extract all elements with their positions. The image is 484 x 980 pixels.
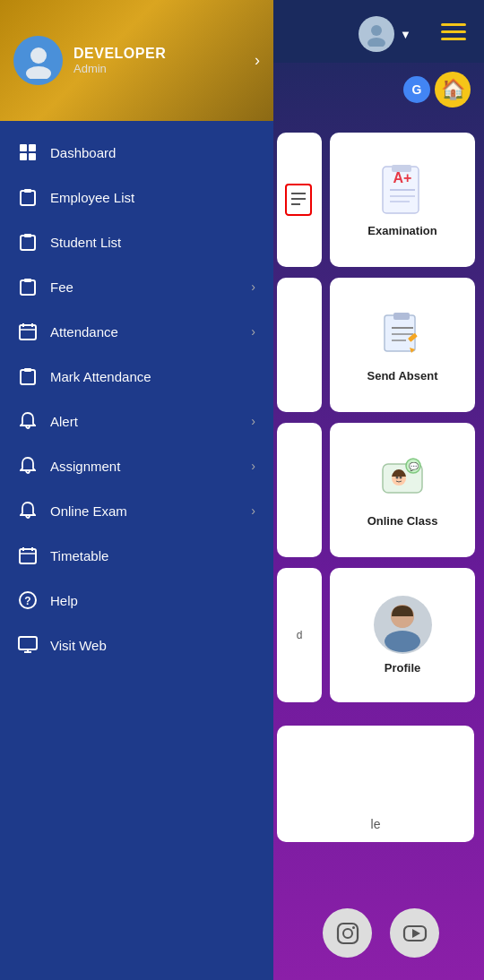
sidebar: DEVELOPER Admin › Dashboard Employee Lis… — [0, 0, 273, 980]
help-icon: ? — [18, 590, 38, 610]
noticeboard-partial-text: d — [297, 629, 303, 641]
online-class-icon: 💬 — [376, 453, 429, 507]
send-absent-card-label: Send Absent — [367, 369, 438, 383]
home-icon: 🏠 — [441, 78, 465, 101]
alert-arrow-icon: › — [251, 414, 255, 428]
svg-point-56 — [343, 929, 352, 938]
instagram-icon — [335, 921, 360, 946]
svg-point-28 — [367, 38, 385, 47]
youtube-button[interactable] — [390, 908, 439, 958]
examination-icon: A+ — [376, 163, 429, 217]
svg-rect-12 — [20, 325, 36, 340]
svg-rect-18 — [20, 549, 36, 563]
sidebar-assignment-label: Assignment — [50, 459, 238, 474]
online-class-card-label: Online Class — [367, 514, 438, 528]
send-absent-icon — [376, 308, 429, 362]
assignment-arrow-icon: › — [251, 459, 255, 473]
mark-attendance-icon — [18, 366, 38, 386]
sidebar-item-fee[interactable]: Fee › — [0, 264, 273, 309]
attendance-icon — [18, 322, 38, 341]
home-button[interactable]: 🏠 — [435, 72, 471, 107]
svg-rect-2 — [20, 144, 27, 151]
sidebar-menu: Dashboard Employee List Student List Fee… — [0, 121, 273, 980]
noticeboard-partial: d — [277, 568, 322, 702]
attendance-arrow-icon: › — [251, 324, 255, 339]
svg-rect-40 — [393, 313, 410, 320]
examination-card-label: Examination — [367, 224, 436, 237]
online-exam-arrow-icon: › — [251, 503, 255, 518]
svg-rect-11 — [24, 279, 31, 282]
sidebar-item-dashboard[interactable]: Dashboard — [0, 130, 273, 175]
svg-rect-16 — [21, 370, 35, 384]
fee-arrow-icon: › — [251, 279, 255, 294]
sidebar-header[interactable]: DEVELOPER Admin › — [0, 0, 273, 121]
sidebar-expand-icon[interactable]: › — [255, 51, 260, 70]
svg-rect-7 — [24, 189, 31, 193]
user-dropdown-arrow[interactable]: ▼ — [400, 28, 411, 41]
send-absent-partial — [277, 278, 322, 412]
examination-card[interactable]: A+ Examination — [330, 133, 475, 267]
sidebar-help-label: Help — [50, 593, 255, 608]
g-home-area: G 🏠 — [403, 72, 471, 107]
clipboard2-icon — [18, 232, 38, 252]
svg-rect-6 — [21, 191, 35, 205]
profile-avatar-icon — [378, 598, 428, 652]
clipboard-icon — [18, 187, 38, 207]
assignment-card-partial[interactable] — [277, 133, 322, 267]
instagram-button[interactable] — [323, 908, 372, 958]
sidebar-employee-list-label: Employee List — [50, 190, 255, 205]
svg-point-1 — [26, 66, 51, 79]
sidebar-visit-web-label: Visit Web — [50, 638, 255, 653]
svg-rect-17 — [24, 368, 31, 372]
svg-rect-10 — [21, 280, 35, 295]
send-absent-card[interactable]: Send Absent — [330, 278, 475, 412]
sidebar-item-help[interactable]: ? Help — [0, 578, 273, 623]
online-exam-bell-icon — [18, 501, 38, 520]
grid-icon — [18, 142, 38, 162]
profile-card[interactable]: Profile — [330, 568, 475, 702]
profile-card-label: Profile — [385, 661, 420, 675]
profile-avatar — [374, 596, 432, 654]
sidebar-item-employee-list[interactable]: Employee List — [0, 175, 273, 219]
assignment-partial-icon — [282, 183, 316, 217]
top-avatar-icon — [364, 21, 389, 47]
svg-rect-55 — [338, 924, 358, 943]
sidebar-item-online-exam[interactable]: Online Exam › — [0, 488, 273, 533]
sidebar-item-attendance[interactable]: Attendance › — [0, 309, 273, 354]
svg-rect-9 — [24, 234, 31, 237]
timetable-icon — [18, 546, 38, 565]
alert-bell-icon — [18, 411, 38, 431]
online-class-card[interactable]: 💬 Online Class — [330, 423, 475, 557]
svg-rect-24 — [19, 637, 37, 649]
sidebar-user-info: DEVELOPER Admin — [13, 36, 166, 85]
sidebar-username: DEVELOPER — [73, 46, 166, 62]
svg-point-57 — [352, 926, 355, 929]
sidebar-fee-label: Fee — [50, 279, 238, 295]
sidebar-item-assignment[interactable]: Assignment › — [0, 443, 273, 488]
sidebar-item-mark-attendance[interactable]: Mark Attendance — [0, 354, 273, 399]
youtube-icon — [402, 921, 428, 946]
svg-text:?: ? — [24, 595, 30, 607]
sidebar-item-alert[interactable]: Alert › — [0, 399, 273, 443]
bottom-social-area — [278, 908, 484, 958]
g-badge: G — [403, 76, 430, 103]
sidebar-item-visit-web[interactable]: Visit Web — [0, 623, 273, 667]
sidebar-dashboard-label: Dashboard — [50, 145, 255, 160]
monitor-icon — [18, 635, 38, 655]
svg-rect-5 — [29, 153, 36, 160]
online-class-partial — [277, 423, 322, 557]
top-user-avatar — [359, 16, 394, 52]
svg-text:A+: A+ — [393, 170, 412, 185]
svg-point-27 — [371, 25, 382, 36]
hamburger-menu-button[interactable] — [441, 23, 466, 40]
fee-icon — [18, 277, 38, 297]
sidebar-item-student-list[interactable]: Student List — [0, 219, 273, 264]
svg-rect-3 — [29, 144, 36, 151]
svg-point-53 — [385, 631, 420, 652]
svg-text:💬: 💬 — [409, 461, 419, 472]
sidebar-student-list-label: Student List — [50, 235, 255, 250]
svg-rect-39 — [385, 315, 415, 351]
sidebar-item-timetable[interactable]: Timetable — [0, 533, 273, 578]
top-user-area[interactable]: ▼ — [359, 16, 411, 52]
assignment-bell-icon — [18, 456, 38, 476]
